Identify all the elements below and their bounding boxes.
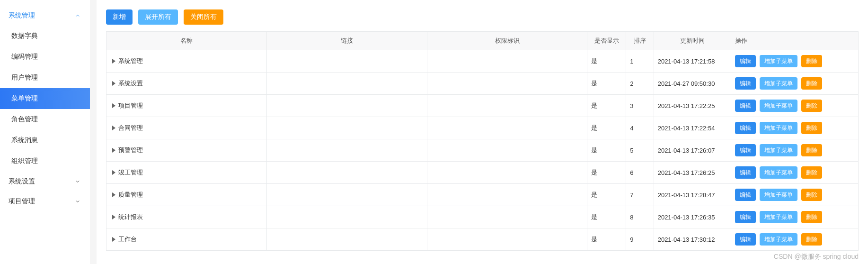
cell-link <box>266 139 427 162</box>
cell-sort: 4 <box>626 117 654 139</box>
cell-sort: 9 <box>626 228 654 251</box>
table-row: 统计报表是82021-04-13 17:26:35编辑增加子菜单删除 <box>106 206 859 228</box>
cell-sort: 3 <box>626 95 654 117</box>
edit-button[interactable]: 编辑 <box>735 122 756 134</box>
add-submenu-button[interactable]: 增加子菜单 <box>760 166 797 179</box>
sidebar-item[interactable]: 编码管理 <box>0 46 90 67</box>
tree-expand-icon[interactable] <box>112 237 115 242</box>
tree-expand-icon[interactable] <box>112 170 115 175</box>
tree-expand-icon[interactable] <box>112 148 115 153</box>
table-row: 工作台是92021-04-13 17:30:12编辑增加子菜单删除 <box>106 228 859 251</box>
sidebar-item[interactable]: 数据字典 <box>0 26 90 46</box>
cell-time: 2021-04-13 17:22:25 <box>654 95 731 117</box>
cell-time: 2021-04-13 17:26:07 <box>654 139 731 162</box>
sidebar-item[interactable]: 组织管理 <box>0 151 90 172</box>
col-ops: 操作 <box>731 32 859 50</box>
cell-show: 是 <box>587 162 626 184</box>
cell-time: 2021-04-13 17:28:47 <box>654 184 731 206</box>
edit-button[interactable]: 编辑 <box>735 189 756 201</box>
add-submenu-button[interactable]: 增加子菜单 <box>760 233 797 246</box>
sidebar-group[interactable]: 项目管理 <box>0 191 90 211</box>
col-time: 更新时间 <box>654 32 731 50</box>
table-row: 合同管理是42021-04-13 17:22:54编辑增加子菜单删除 <box>106 117 859 139</box>
add-submenu-button[interactable]: 增加子菜单 <box>760 211 797 223</box>
cell-name: 工作台 <box>106 228 267 251</box>
tree-expand-icon[interactable] <box>112 103 115 108</box>
delete-button[interactable]: 删除 <box>801 77 822 90</box>
sidebar-item-label: 菜单管理 <box>11 94 38 103</box>
cell-perm <box>427 73 587 95</box>
add-submenu-button[interactable]: 增加子菜单 <box>760 144 797 156</box>
edit-button[interactable]: 编辑 <box>735 100 756 112</box>
sidebar-item[interactable]: 用户管理 <box>0 67 90 88</box>
cell-time: 2021-04-13 17:21:58 <box>654 50 731 73</box>
cell-name-text: 质量管理 <box>118 191 143 199</box>
tree-expand-icon[interactable] <box>112 59 115 64</box>
add-submenu-button[interactable]: 增加子菜单 <box>760 55 797 67</box>
edit-button[interactable]: 编辑 <box>735 144 756 156</box>
cell-link <box>266 95 427 117</box>
collapse-all-button[interactable]: 关闭所有 <box>184 9 223 25</box>
cell-show: 是 <box>587 117 626 139</box>
sidebar-item[interactable]: 系统消息 <box>0 130 90 151</box>
table-body: 系统管理是12021-04-13 17:21:58编辑增加子菜单删除系统设置是2… <box>106 50 859 251</box>
cell-perm <box>427 184 587 206</box>
add-button[interactable]: 新增 <box>106 9 133 25</box>
sidebar-item[interactable]: 菜单管理 <box>0 88 90 109</box>
tree-expand-icon[interactable] <box>112 192 115 197</box>
edit-button[interactable]: 编辑 <box>735 55 756 67</box>
col-name: 名称 <box>106 32 267 50</box>
sidebar-group-label: 系统设置 <box>9 177 35 186</box>
sidebar-item[interactable]: 角色管理 <box>0 109 90 130</box>
cell-perm <box>427 117 587 139</box>
cell-name: 预警管理 <box>106 139 267 162</box>
table-row: 预警管理是52021-04-13 17:26:07编辑增加子菜单删除 <box>106 139 859 162</box>
delete-button[interactable]: 删除 <box>801 122 822 134</box>
edit-button[interactable]: 编辑 <box>735 211 756 223</box>
col-perm: 权限标识 <box>427 32 587 50</box>
add-submenu-button[interactable]: 增加子菜单 <box>760 122 797 134</box>
delete-button[interactable]: 删除 <box>801 233 822 246</box>
cell-link <box>266 184 427 206</box>
delete-button[interactable]: 删除 <box>801 100 822 112</box>
tree-expand-icon[interactable] <box>112 126 115 130</box>
table-row: 系统管理是12021-04-13 17:21:58编辑增加子菜单删除 <box>106 50 859 73</box>
tree-expand-icon[interactable] <box>112 215 115 219</box>
add-submenu-button[interactable]: 增加子菜单 <box>760 100 797 112</box>
cell-ops: 编辑增加子菜单删除 <box>731 117 859 139</box>
cell-name: 系统管理 <box>106 50 267 73</box>
cell-name-text: 系统管理 <box>118 57 143 65</box>
sidebar-item-label: 组织管理 <box>11 157 38 165</box>
cell-ops: 编辑增加子菜单删除 <box>731 162 859 184</box>
edit-button[interactable]: 编辑 <box>735 77 756 90</box>
edit-button[interactable]: 编辑 <box>735 166 756 179</box>
col-link: 链接 <box>266 32 427 50</box>
expand-all-button[interactable]: 展开所有 <box>138 9 178 25</box>
cell-ops: 编辑增加子菜单删除 <box>731 139 859 162</box>
cell-name: 统计报表 <box>106 206 267 228</box>
cell-show: 是 <box>587 184 626 206</box>
cell-time: 2021-04-13 17:22:54 <box>654 117 731 139</box>
sidebar-item-label: 数据字典 <box>11 32 38 40</box>
tree-expand-icon[interactable] <box>112 81 115 86</box>
sidebar-group-label: 系统管理 <box>9 11 35 20</box>
add-submenu-button[interactable]: 增加子菜单 <box>760 77 797 90</box>
cell-time: 2021-04-27 09:50:30 <box>654 73 731 95</box>
delete-button[interactable]: 删除 <box>801 144 822 156</box>
cell-sort: 2 <box>626 73 654 95</box>
add-submenu-button[interactable]: 增加子菜单 <box>760 189 797 201</box>
sidebar-group[interactable]: 系统管理 <box>0 6 90 26</box>
delete-button[interactable]: 删除 <box>801 55 822 67</box>
delete-button[interactable]: 删除 <box>801 166 822 179</box>
table-row: 项目管理是32021-04-13 17:22:25编辑增加子菜单删除 <box>106 95 859 117</box>
cell-ops: 编辑增加子菜单删除 <box>731 228 859 251</box>
cell-time: 2021-04-13 17:26:25 <box>654 162 731 184</box>
edit-button[interactable]: 编辑 <box>735 233 756 246</box>
cell-sort: 7 <box>626 184 654 206</box>
delete-button[interactable]: 删除 <box>801 189 822 201</box>
sidebar-group[interactable]: 系统设置 <box>0 172 90 191</box>
cell-ops: 编辑增加子菜单删除 <box>731 206 859 228</box>
sidebar-item-label: 系统消息 <box>11 136 38 145</box>
cell-show: 是 <box>587 228 626 251</box>
delete-button[interactable]: 删除 <box>801 211 822 223</box>
